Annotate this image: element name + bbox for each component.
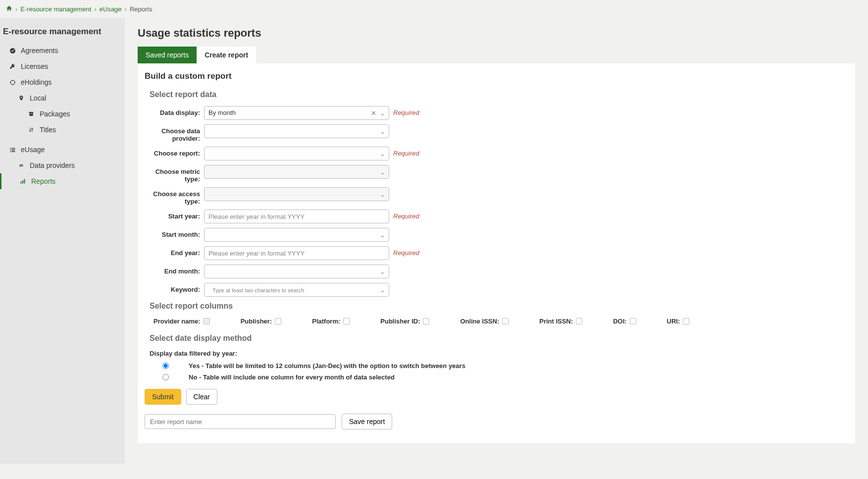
required-label: Required: [393, 147, 419, 157]
sidebar: E-resource management Agreements License…: [0, 18, 125, 464]
col-label: Online ISSN:: [460, 318, 499, 325]
breadcrumb-separator: ›: [94, 5, 96, 13]
label-start-year: Start year:: [150, 210, 204, 220]
clear-button[interactable]: Clear: [186, 389, 217, 405]
exchange-icon: [18, 162, 25, 168]
sidebar-title: E-resource management: [0, 25, 125, 43]
svg-rect-10: [11, 148, 15, 149]
sidebar-item-eholdings[interactable]: eHoldings: [0, 74, 125, 90]
label-keyword: Keyword:: [150, 283, 204, 293]
sidebar-item-label: Agreements: [21, 47, 58, 54]
checkbox-publisher-id[interactable]: [423, 318, 429, 324]
metric-select[interactable]: [204, 165, 389, 179]
radio-yes[interactable]: [162, 363, 169, 369]
label-end-year: End year:: [150, 246, 204, 257]
sidebar-item-label: eUsage: [21, 146, 45, 154]
checkbox-print-issn[interactable]: [576, 318, 582, 324]
sort-icon: [28, 127, 35, 133]
breadcrumb-eresource[interactable]: E-resource management: [20, 5, 91, 13]
build-title: Build a custom report: [145, 71, 848, 81]
sidebar-item-label: Data providers: [30, 161, 75, 169]
sidebar-item-label: eHoldings: [21, 78, 51, 86]
report-select[interactable]: [204, 147, 389, 160]
col-label: DOI:: [613, 318, 626, 325]
label-data-display: Data display:: [150, 106, 204, 116]
start-year-input[interactable]: [204, 210, 389, 223]
svg-rect-9: [10, 148, 11, 149]
checkbox-publisher[interactable]: [275, 318, 281, 324]
sidebar-item-licenses[interactable]: Licenses: [0, 58, 125, 74]
date-filter-label: Display data filtered by year:: [150, 350, 848, 357]
end-month-select[interactable]: [204, 265, 389, 278]
checkbox-uri[interactable]: [683, 318, 689, 324]
label-end-month: End month:: [150, 265, 204, 275]
label-provider: Choose data provider:: [150, 124, 204, 142]
svg-rect-15: [21, 182, 22, 184]
sidebar-item-reports[interactable]: Reports: [0, 173, 125, 189]
keyword-input[interactable]: Type at least two characters to search: [204, 283, 389, 297]
sidebar-item-agreements[interactable]: Agreements: [0, 43, 125, 58]
sidebar-item-titles[interactable]: Titles: [0, 122, 125, 138]
keyword-placeholder: Type at least two characters to search: [208, 287, 304, 293]
access-select[interactable]: [204, 187, 389, 201]
tabs: Saved reports Create report: [138, 47, 855, 63]
home-icon[interactable]: [6, 5, 12, 13]
col-label: Platform:: [312, 318, 340, 325]
submit-button[interactable]: Submit: [145, 389, 181, 405]
radio-no[interactable]: [162, 374, 169, 380]
provider-select[interactable]: [204, 124, 389, 138]
svg-rect-13: [10, 151, 11, 152]
sidebar-item-label: Titles: [40, 126, 56, 134]
tab-saved-reports[interactable]: Saved reports: [138, 47, 197, 63]
svg-rect-11: [10, 149, 11, 150]
required-label: Required: [393, 106, 419, 116]
clear-icon[interactable]: ✕: [371, 109, 376, 117]
svg-rect-8: [31, 114, 32, 114]
required-label: Required: [393, 210, 419, 220]
sidebar-item-dataproviders[interactable]: Data providers: [0, 158, 125, 173]
label-access: Choose access type:: [150, 187, 204, 205]
crosshair-icon: [9, 79, 16, 86]
report-name-input[interactable]: [145, 414, 336, 429]
sidebar-item-label: Packages: [40, 110, 70, 118]
svg-rect-6: [29, 112, 34, 113]
breadcrumb-separator: ›: [15, 5, 17, 13]
sidebar-item-packages[interactable]: Packages: [0, 106, 125, 122]
col-label: URI:: [667, 318, 680, 325]
radio-no-label: No - Table will include one column for e…: [189, 373, 395, 381]
svg-rect-14: [11, 151, 15, 152]
tab-create-report[interactable]: Create report: [197, 47, 256, 63]
radio-yes-label: Yes - Table will be limited to 12 column…: [189, 362, 465, 370]
breadcrumb: › E-resource management › eUsage › Repor…: [0, 0, 868, 18]
checkbox-online-issn[interactable]: [502, 318, 509, 324]
sidebar-item-eusage[interactable]: eUsage: [0, 142, 125, 158]
col-label: Print ISSN:: [539, 318, 573, 325]
pin-icon: [18, 95, 25, 101]
label-start-month: Start month:: [150, 228, 204, 238]
checkbox-platform[interactable]: [343, 318, 350, 324]
page-title: Usage statistics reports: [138, 27, 855, 40]
sidebar-item-local[interactable]: Local: [0, 90, 125, 106]
list-icon: [9, 147, 16, 153]
start-month-select[interactable]: [204, 228, 389, 242]
breadcrumb-eusage[interactable]: eUsage: [100, 5, 122, 13]
data-display-select[interactable]: By month: [204, 106, 389, 120]
checkbox-provider-name[interactable]: [204, 318, 210, 324]
key-icon: [9, 63, 16, 70]
col-label: Provider name:: [153, 318, 201, 325]
label-metric: Choose metric type:: [150, 165, 204, 183]
sidebar-item-label: Reports: [31, 177, 55, 185]
section-date-method: Select date display method: [150, 334, 848, 343]
checkbox-doi[interactable]: [630, 318, 636, 324]
col-label: Publisher:: [241, 318, 272, 325]
label-report: Choose report:: [150, 147, 204, 157]
svg-rect-16: [22, 180, 23, 184]
required-label: Required: [393, 246, 419, 257]
section-select-columns: Select report columns: [150, 302, 848, 311]
chart-icon: [19, 178, 26, 184]
col-label: Publisher ID:: [380, 318, 420, 325]
svg-rect-7: [30, 113, 33, 116]
check-circle-icon: [9, 48, 16, 54]
end-year-input[interactable]: [204, 246, 389, 260]
save-report-button[interactable]: Save report: [342, 414, 392, 429]
